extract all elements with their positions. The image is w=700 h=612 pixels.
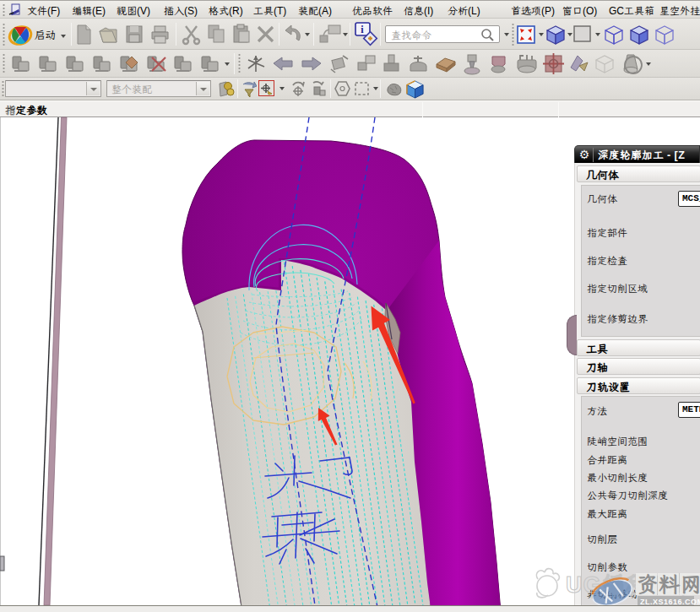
- svg-text:资料网: 资料网: [637, 570, 700, 598]
